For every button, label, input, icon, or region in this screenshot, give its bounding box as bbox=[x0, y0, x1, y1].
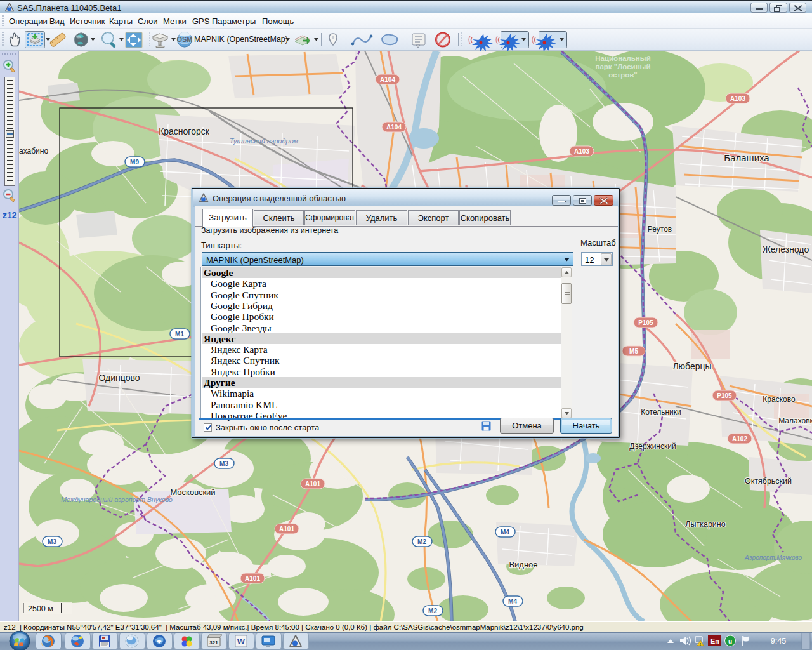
svg-text:остров": остров" bbox=[608, 71, 637, 79]
svg-text:Р105: Р105 bbox=[717, 392, 732, 399]
svg-text:А104: А104 bbox=[386, 124, 402, 131]
svg-text:Котельники: Котельники bbox=[641, 408, 681, 416]
svg-text:Видное: Видное bbox=[509, 560, 537, 569]
svg-text:Люберцы: Люберцы bbox=[672, 361, 711, 371]
svg-text:М5: М5 bbox=[629, 348, 638, 355]
svg-text:9:45: 9:45 bbox=[771, 637, 786, 646]
svg-text:М9: М9 bbox=[130, 159, 139, 166]
svg-text:А103: А103 bbox=[730, 95, 745, 102]
svg-text:Красково: Красково bbox=[763, 395, 796, 404]
svg-text:Балашиха: Балашиха bbox=[724, 152, 769, 163]
svg-text:Лыткарино: Лыткарино bbox=[685, 520, 725, 529]
svg-text:Аэропорт.Мячково: Аэропорт.Мячково bbox=[744, 554, 802, 561]
svg-text:Реутов: Реутов bbox=[648, 225, 672, 234]
svg-text:М4: М4 bbox=[508, 598, 517, 605]
svg-text:u: u bbox=[728, 638, 732, 645]
svg-text:М2: М2 bbox=[417, 538, 426, 545]
svg-text:М4: М4 bbox=[501, 529, 509, 536]
svg-text:!: ! bbox=[700, 642, 701, 646]
svg-text:Железнодо: Железнодо bbox=[763, 244, 809, 255]
svg-text:М2: М2 bbox=[428, 607, 437, 614]
svg-text:En: En bbox=[710, 637, 719, 645]
svg-text:М1: М1 bbox=[175, 331, 184, 338]
svg-text:А103: А103 bbox=[574, 148, 589, 155]
svg-text:W: W bbox=[237, 637, 246, 646]
svg-text:парк "Лосиный: парк "Лосиный bbox=[595, 63, 650, 70]
svg-text:А101: А101 bbox=[279, 526, 294, 533]
svg-text:А104: А104 bbox=[380, 76, 395, 83]
svg-text:OSM: OSM bbox=[176, 36, 192, 43]
svg-text:А101: А101 bbox=[305, 481, 320, 488]
svg-text:Одинцово: Одинцово bbox=[98, 373, 140, 383]
svg-text:А102: А102 bbox=[732, 435, 747, 442]
svg-text:321: 321 bbox=[209, 640, 218, 646]
svg-text:2500 м: 2500 м bbox=[28, 604, 53, 613]
svg-text:Международный аэропорт Внуково: Международный аэропорт Внуково bbox=[61, 496, 173, 503]
svg-text:Московский: Московский bbox=[170, 488, 215, 497]
svg-text:Октябрьский: Октябрьский bbox=[745, 477, 792, 486]
svg-text:Р105: Р105 bbox=[638, 319, 653, 326]
svg-text:Дзержинский: Дзержинский bbox=[629, 442, 676, 451]
svg-text:Тушинский аэродром: Тушинский аэродром bbox=[230, 137, 299, 145]
svg-text:ахабино: ахабино bbox=[19, 147, 48, 156]
svg-text:М3: М3 bbox=[219, 460, 228, 467]
svg-text:Красногорск: Красногорск bbox=[159, 126, 210, 136]
svg-text:А101: А101 bbox=[245, 575, 260, 582]
svg-text:Национальный: Национальный bbox=[595, 55, 650, 62]
svg-text:М3: М3 bbox=[48, 538, 56, 545]
svg-text:Малаховка: Малаховка bbox=[778, 416, 812, 425]
